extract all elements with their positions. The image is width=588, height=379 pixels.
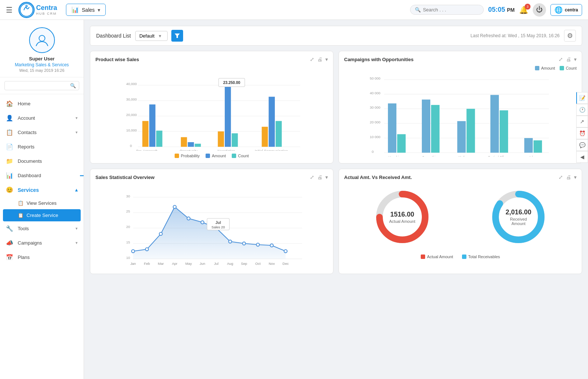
filter-button[interactable]	[171, 30, 183, 42]
right-panel-notes[interactable]: 📝	[576, 92, 588, 104]
more-icon[interactable]: ▾	[574, 174, 577, 180]
svg-text:0: 0	[130, 144, 132, 148]
svg-point-78	[173, 206, 176, 208]
svg-text:Mar: Mar	[158, 262, 164, 266]
expand-icon[interactable]: ⤢	[559, 174, 563, 180]
svg-text:Apr: Apr	[172, 262, 178, 266]
svg-rect-18	[156, 131, 162, 147]
expand-icon[interactable]: ⤢	[559, 56, 563, 62]
donut-legends: Actual Amount Total Receivables	[344, 255, 577, 259]
notifications-bell[interactable]: 🔔 3	[519, 6, 528, 14]
print-icon[interactable]: 🖨	[317, 174, 322, 180]
sidebar-item-reports[interactable]: 📄 Reports	[0, 140, 84, 154]
charts-grid: Product wise Sales ⤢ 🖨 ▾ 0 10,000 20,000…	[90, 51, 582, 274]
received-label: Received Amount	[504, 217, 533, 226]
more-icon[interactable]: ▾	[574, 56, 577, 62]
sidebar-item-contacts[interactable]: 📋 Contacts ▾	[0, 125, 84, 140]
svg-text:Sales 20: Sales 20	[211, 225, 225, 229]
legend-count: Count	[560, 66, 577, 70]
chart-title: Sales Statistical Overview	[95, 175, 310, 180]
svg-rect-59	[500, 110, 508, 153]
svg-point-1	[25, 5, 28, 7]
svg-text:Mother: Mother	[459, 155, 468, 157]
received-value: 2,016.00	[504, 208, 533, 216]
sidebar-search-icon: 🔍	[70, 83, 76, 88]
legend-color	[175, 154, 179, 158]
dashboard-select[interactable]: Default ▾	[135, 31, 168, 41]
print-icon[interactable]: 🖨	[566, 174, 571, 180]
legend-actual: Actual Amount	[421, 255, 453, 259]
sidebar-item-account[interactable]: 👤 Account ▾	[0, 111, 84, 125]
sidebar-subitem-create-service[interactable]: 📋 Create Service	[3, 209, 81, 221]
svg-rect-33	[276, 121, 282, 147]
svg-rect-17	[149, 105, 155, 147]
settings-button[interactable]: ⚙	[564, 30, 576, 42]
sidebar-search-inner[interactable]: 🔍	[4, 81, 79, 90]
sidebar-item-dashboard[interactable]: 📊 Dashboard	[0, 168, 84, 183]
sidebar-item-documents[interactable]: 📁 Documents	[0, 154, 84, 168]
svg-text:0: 0	[372, 150, 374, 154]
search-bar[interactable]: 🔍	[410, 5, 484, 15]
sidebar-subitem-view-services[interactable]: 📋 View Services	[0, 197, 84, 209]
hamburger-menu[interactable]: ☰	[6, 6, 13, 14]
expand-icon[interactable]: ⤢	[310, 174, 314, 180]
svg-text:20: 20	[126, 225, 130, 229]
svg-rect-26	[225, 85, 231, 147]
power-button[interactable]: ⏻	[533, 3, 546, 17]
sidebar-item-home[interactable]: 🏠 Home	[0, 96, 84, 111]
right-panel-share[interactable]: ↗	[576, 116, 588, 127]
svg-text:Jul: Jul	[214, 262, 218, 266]
donut-center-actual: 1516.00 Actual Amount	[389, 211, 415, 224]
chart-icon: 📊	[71, 6, 79, 13]
search-icon: 🔍	[415, 7, 421, 13]
sidebar-item-tools[interactable]: 🔧 Tools ▾	[0, 221, 84, 236]
sidebar-item-services[interactable]: 😊 Services ▴	[0, 183, 84, 197]
chart-actions: ⤢ 🖨 ▾	[559, 174, 577, 180]
sidebar: Super User Marketing Sales & Services We…	[0, 20, 84, 379]
svg-text:Ads: Ads	[529, 155, 534, 157]
svg-text:30,000: 30,000	[126, 97, 137, 101]
create-service-label: Create Service	[27, 213, 58, 218]
svg-text:23.250.00: 23.250.00	[223, 81, 241, 85]
sidebar-search-input[interactable]	[8, 83, 70, 88]
right-panel-timer[interactable]: ⏰	[576, 127, 588, 139]
print-icon[interactable]: 🖨	[317, 56, 322, 62]
sidebar-item-plans[interactable]: 📅 Plans	[0, 250, 84, 264]
right-panel-history[interactable]: 🕐	[576, 104, 588, 116]
right-panel-collapse[interactable]: ◀	[576, 151, 588, 163]
svg-text:30 000: 30 000	[370, 105, 381, 109]
svg-rect-20	[181, 137, 187, 147]
print-icon[interactable]: 🖨	[566, 56, 571, 62]
donut-received: 2,016.00 Received Amount	[489, 187, 548, 246]
campaigns-icon: 📣	[6, 239, 14, 246]
reports-icon: 📄	[6, 143, 14, 150]
dashboard-header: Dashboard List Default ▾ Last Refreshed …	[90, 26, 582, 46]
svg-text:May: May	[185, 262, 192, 266]
svg-rect-25	[218, 131, 224, 147]
profile-date: Wed, 15 may 2019 16:26	[4, 68, 80, 73]
top-nav: ☰ Centra HUB CRM 📊 Sales ▾ 🔍 05:05 PM 🔔	[0, 0, 588, 20]
actual-value: 1516.00	[389, 211, 415, 218]
search-input[interactable]	[423, 7, 478, 13]
chart-header: Product wise Sales ⤢ 🖨 ▾	[95, 56, 328, 62]
svg-point-83	[242, 242, 245, 245]
svg-point-80	[201, 221, 204, 224]
sidebar-item-campaigns[interactable]: 📣 Campaigns ▾	[0, 236, 84, 250]
svg-text:15: 15	[126, 240, 130, 244]
right-panel-chat[interactable]: 💬	[576, 139, 588, 151]
legend-amount: Amount	[206, 154, 226, 158]
svg-point-76	[146, 248, 148, 251]
more-icon[interactable]: ▾	[325, 56, 328, 62]
svg-point-86	[284, 250, 287, 253]
svg-point-2	[39, 35, 45, 41]
nav-right: 🔍 05:05 PM 🔔 3 ⏻ 🌐 centra	[410, 3, 582, 17]
time-display: 05:05 PM	[488, 6, 515, 14]
more-icon[interactable]: ▾	[325, 174, 328, 180]
donut-area: 1516.00 Actual Amount 2,016.00	[344, 184, 577, 250]
sales-dropdown[interactable]: 📊 Sales ▾	[66, 4, 106, 16]
select-caret: ▾	[159, 33, 161, 39]
tools-icon: 🔧	[6, 225, 14, 232]
campaigns-bar-chart: 0 10 000 20 000 30 000 40 000 50 000	[344, 72, 577, 157]
svg-rect-61	[524, 138, 533, 153]
expand-icon[interactable]: ⤢	[310, 56, 314, 62]
